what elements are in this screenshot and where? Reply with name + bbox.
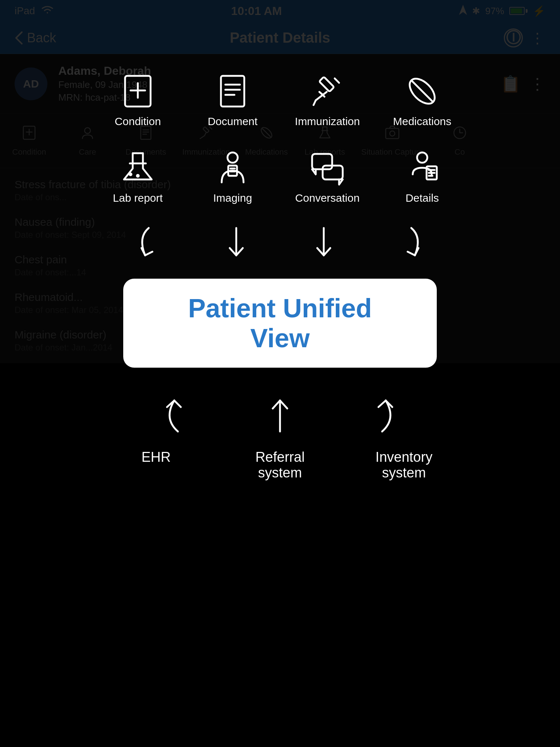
arrow-down-4 bbox=[397, 226, 426, 264]
page-wrapper: iPad 10:01 AM ✱ 97% ⚡ bbox=[0, 0, 560, 363]
overlay-conversation-label: Conversation bbox=[295, 192, 360, 204]
svg-rect-27 bbox=[319, 77, 334, 92]
arrow-up-2 bbox=[258, 390, 302, 435]
overlay-top-icons-row2: Lab report Imaging bbox=[105, 150, 455, 204]
arrow-down-1 bbox=[134, 226, 163, 264]
source-inventory-label: Inventorysystem bbox=[376, 449, 432, 481]
sources-row: EHR Referralsystem Inventorysystem bbox=[116, 449, 444, 481]
overlay-imaging-label: Imaging bbox=[213, 192, 252, 204]
overlay-medications-label: Medications bbox=[393, 115, 451, 128]
svg-line-32 bbox=[412, 81, 432, 101]
overlay-condition-label: Condition bbox=[115, 115, 161, 128]
unified-view-box: Patient Unified View bbox=[123, 279, 437, 368]
overlay-lab-label: Lab report bbox=[113, 192, 163, 204]
arrows-up-row bbox=[156, 390, 404, 435]
svg-line-25 bbox=[335, 78, 339, 83]
svg-point-35 bbox=[136, 174, 140, 178]
svg-rect-21 bbox=[221, 76, 244, 107]
arrow-up-1 bbox=[156, 390, 200, 435]
overlay-document-item: Document bbox=[200, 73, 265, 128]
overlay: Condition Document bbox=[0, 0, 560, 363]
overlay-imaging-item: Imaging bbox=[200, 150, 265, 204]
source-referral-label: Referralsystem bbox=[255, 449, 304, 481]
source-ehr: EHR bbox=[116, 449, 196, 481]
source-inventory: Inventorysystem bbox=[364, 449, 444, 481]
overlay-immunization-label: Immunization bbox=[295, 115, 360, 128]
overlay-lab-item: Lab report bbox=[105, 150, 171, 204]
arrow-down-3 bbox=[309, 226, 338, 264]
overlay-condition-item: Condition bbox=[105, 73, 171, 128]
source-referral: Referralsystem bbox=[240, 449, 320, 481]
arrow-up-3 bbox=[360, 390, 404, 435]
svg-point-36 bbox=[228, 152, 238, 163]
overlay-details-label: Details bbox=[405, 192, 439, 204]
arrows-down-row bbox=[134, 226, 426, 264]
source-ehr-label: EHR bbox=[141, 449, 171, 465]
arrow-down-2 bbox=[222, 226, 251, 264]
overlay-medications-item: Medications bbox=[389, 73, 455, 128]
overlay-immunization-item: Immunization bbox=[295, 73, 360, 128]
overlay-conversation-item: Conversation bbox=[295, 150, 360, 204]
svg-point-34 bbox=[129, 173, 132, 176]
overlay-top-icons-row1: Condition Document bbox=[105, 73, 455, 128]
overlay-details-item: Details bbox=[389, 150, 455, 204]
svg-point-42 bbox=[417, 152, 427, 163]
unified-view-label: Patient Unified View bbox=[188, 294, 372, 353]
overlay-document-label: Document bbox=[208, 115, 258, 128]
